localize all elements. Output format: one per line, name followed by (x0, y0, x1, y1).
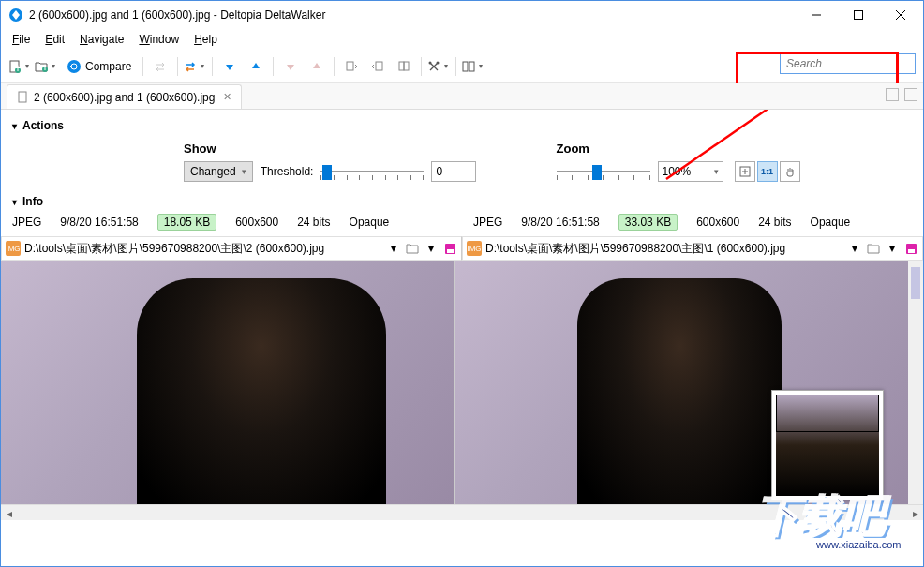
toolbar: + + Compare (1, 50, 923, 83)
threshold-slider[interactable] (320, 162, 424, 181)
fit-window-button[interactable] (735, 161, 755, 182)
browse-folder-button[interactable] (405, 241, 420, 256)
layout-button[interactable] (462, 55, 484, 78)
tabbar: 2 (600x600).jpg and 1 (600x600).jpg ✕ (1, 83, 923, 110)
dims-value: 600x600 (696, 216, 739, 229)
save-button[interactable] (442, 241, 457, 256)
nav-up-blue[interactable] (245, 55, 267, 78)
left-image-pane[interactable] (1, 261, 455, 504)
right-image-pane[interactable] (455, 261, 908, 504)
alpha-value: Opaque (811, 216, 851, 229)
path-dropdown-button[interactable]: ▾ (386, 241, 401, 256)
menu-help[interactable]: Help (186, 31, 225, 48)
close-button[interactable] (879, 2, 921, 29)
svg-point-10 (67, 60, 81, 73)
path-bar: IMG ▾ ▾ IMG ▾ ▾ (1, 236, 923, 261)
zoom-panel: Zoom 100% 1:1 (549, 138, 913, 186)
path-dropdown-button[interactable]: ▾ (847, 241, 862, 256)
image-file-icon: IMG (467, 241, 482, 256)
copy-left-button[interactable] (340, 55, 363, 78)
right-path-input[interactable] (485, 239, 843, 258)
zoom-label: Zoom (557, 142, 905, 156)
menu-window[interactable]: Window (131, 31, 186, 48)
filesize-badge: 33.03 KB (618, 214, 678, 231)
svg-rect-20 (19, 92, 26, 102)
svg-rect-12 (376, 62, 382, 70)
nav-down-disabled (279, 55, 302, 78)
menu-edit[interactable]: Edit (37, 31, 72, 48)
left-path-side: IMG ▾ ▾ (1, 236, 462, 261)
new-folder-button[interactable]: + (35, 55, 57, 78)
horizontal-scrollbar[interactable]: ◂ ▸ (1, 504, 923, 520)
threshold-value-input[interactable] (431, 161, 476, 182)
threshold-label: Threshold: (261, 165, 314, 178)
zoom-slider[interactable] (557, 162, 650, 181)
menu-navigate[interactable]: Navigate (72, 31, 131, 48)
collapse-arrow-icon: ▾ (12, 121, 17, 131)
path-dropdown-button[interactable]: ▾ (885, 241, 900, 256)
info-left-group: JPEG 9/8/20 16:51:58 18.05 KB 600x600 24… (12, 214, 451, 231)
search-input[interactable] (780, 53, 916, 74)
right-path-side: IMG ▾ ▾ (462, 236, 923, 261)
toolbar-separator (212, 57, 213, 76)
info-section: ▾ Info JPEG 9/8/20 16:51:58 18.05 KB 600… (1, 195, 923, 236)
depth-value: 24 bits (297, 216, 330, 229)
nav-up-disabled (306, 55, 328, 78)
svg-rect-2 (854, 11, 862, 20)
path-dropdown-button[interactable]: ▾ (424, 241, 439, 256)
svg-rect-25 (908, 249, 915, 253)
window-title: 2 (600x600).jpg and 1 (600x600).jpg - De… (29, 8, 795, 22)
tab-close-button[interactable]: ✕ (223, 91, 231, 103)
actions-section: ▾ Actions Show Changed Threshold: Zoom (1, 110, 923, 191)
info-right-group: JPEG 9/8/20 16:51:58 33.03 KB 600x600 24… (473, 214, 912, 231)
minimize-button[interactable] (795, 2, 837, 29)
show-mode-dropdown[interactable]: Changed (184, 161, 253, 182)
toolbar-separator (177, 57, 178, 76)
zoom-value-dropdown[interactable]: 100% (658, 161, 723, 182)
one-to-one-button[interactable]: 1:1 (757, 161, 778, 182)
maximize-panel-button[interactable] (904, 88, 917, 101)
depth-value: 24 bits (758, 216, 791, 229)
svg-rect-18 (469, 62, 474, 71)
svg-text:+: + (41, 61, 48, 73)
compare-button[interactable]: Compare (61, 55, 137, 78)
actions-header[interactable]: ▾ Actions (12, 119, 912, 132)
collapse-arrow-icon: ▾ (12, 197, 17, 207)
navigator-thumbnail[interactable] (771, 390, 884, 500)
nav-down-blue[interactable] (218, 55, 241, 78)
copy-right-button[interactable] (366, 55, 389, 78)
alpha-value: Opaque (350, 216, 390, 229)
image-file-icon: IMG (6, 241, 21, 256)
show-label: Show (184, 142, 532, 156)
diff-overview-bar[interactable] (908, 261, 923, 504)
new-file-button[interactable]: + (8, 55, 31, 78)
left-path-input[interactable] (24, 239, 382, 258)
svg-point-15 (429, 61, 432, 64)
compare-area (1, 261, 923, 504)
settings-button[interactable] (427, 55, 450, 78)
compare-icon (67, 59, 82, 74)
browse-folder-button[interactable] (866, 241, 881, 256)
toolbar-separator (334, 57, 335, 76)
info-header[interactable]: ▾ Info (12, 195, 912, 208)
format-value: JPEG (473, 216, 502, 229)
toolbar-separator (142, 57, 143, 76)
format-value: JPEG (12, 216, 41, 229)
minimize-panel-button[interactable] (886, 88, 899, 101)
menubar: File Edit Navigate Window Help (1, 29, 923, 50)
dims-value: 600x600 (235, 216, 278, 229)
scroll-left-button[interactable]: ◂ (1, 505, 17, 521)
menu-file[interactable]: File (5, 31, 37, 48)
svg-rect-17 (463, 62, 468, 71)
tab-label: 2 (600x600).jpg and 1 (600x600).jpg (34, 91, 215, 104)
pan-hand-button[interactable] (780, 161, 800, 182)
show-panel: Show Changed Threshold: (176, 138, 540, 186)
maximize-button[interactable] (837, 2, 879, 29)
save-button[interactable] (903, 241, 918, 256)
copy-all-button[interactable] (393, 55, 415, 78)
svg-rect-11 (347, 62, 353, 70)
swap-sides-button[interactable] (184, 55, 206, 78)
file-icon (17, 91, 29, 103)
scroll-right-button[interactable]: ▸ (907, 505, 923, 521)
document-tab[interactable]: 2 (600x600).jpg and 1 (600x600).jpg ✕ (7, 84, 242, 109)
